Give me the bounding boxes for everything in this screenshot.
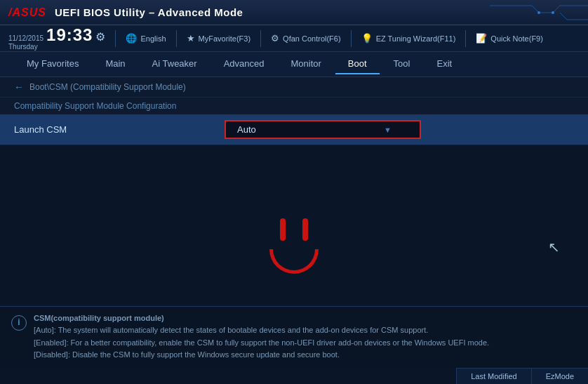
- info-bar: 11/12/2015 Thursday 19:33 ⚙ 🌐 English ★ …: [0, 25, 588, 52]
- svg-point-0: [537, 11, 540, 14]
- divider-3: [260, 30, 261, 47]
- header-bar: ASUS UEFI BIOS Utility – Advanced Mode: [0, 0, 588, 25]
- breadcrumb: ← Boot\CSM (Compatibility Support Module…: [0, 77, 588, 98]
- datetime-display: 11/12/2015 Thursday 19:33 ⚙: [8, 25, 105, 51]
- myfavorite-label: MyFavorite(F3): [199, 34, 251, 43]
- face-symbol: [259, 218, 329, 274]
- qfan-button[interactable]: ⚙ Qfan Control(F6): [271, 33, 341, 44]
- star-icon: ★: [187, 33, 195, 44]
- bios-utility: ASUS UEFI BIOS Utility – Advanced Mode 1…: [0, 0, 588, 384]
- divider-4: [351, 30, 352, 47]
- time-display: 19:33: [46, 25, 93, 45]
- nav-menu: My Favorites Main Ai Tweaker Advanced Mo…: [0, 52, 588, 77]
- breadcrumb-path: Boot\CSM (Compatibility Support Module): [29, 82, 186, 92]
- nav-my-favorites[interactable]: My Favorites: [14, 54, 91, 74]
- mouse-cursor-icon: ↖: [548, 239, 560, 256]
- lightbulb-icon: 💡: [361, 33, 373, 44]
- content-wrapper: ← Boot\CSM (Compatibility Support Module…: [0, 77, 588, 384]
- face-eye-left: [280, 218, 286, 241]
- ez-tuning-button[interactable]: 💡 EZ Tuning Wizard(F11): [361, 33, 456, 44]
- csm-info-line-3: [Disabled]: Disable the CSM to fully sup…: [34, 350, 340, 359]
- csm-info-line-2: [Enabled]: For a better compatibility, e…: [34, 338, 489, 347]
- ez-tuning-label: EZ Tuning Wizard(F11): [376, 34, 456, 43]
- face-eyes: [259, 218, 329, 241]
- language-selector[interactable]: 🌐 English: [126, 33, 166, 44]
- divider-5: [465, 30, 466, 47]
- divider-1: [115, 30, 116, 47]
- quick-note-label: Quick Note(F9): [490, 34, 543, 43]
- qfan-label: Qfan Control(F6): [283, 34, 341, 43]
- face-eye-right: [302, 218, 308, 241]
- last-modified-button[interactable]: Last Modified: [456, 369, 530, 384]
- globe-icon: 🌐: [126, 33, 137, 44]
- bottom-info-panel: i CSM(compatibility support module) [Aut…: [0, 306, 588, 367]
- quick-note-button[interactable]: 📝 Quick Note(F9): [476, 33, 543, 44]
- footer-buttons: Last Modified EzMode: [456, 368, 588, 384]
- nav-tool[interactable]: Tool: [381, 54, 423, 74]
- nav-main[interactable]: Main: [93, 54, 138, 74]
- csm-info-line-1: [Auto]: The system will automatically de…: [34, 326, 428, 334]
- nav-monitor[interactable]: Monitor: [279, 54, 334, 74]
- csm-info-title: CSM(compatibility support module): [34, 314, 164, 322]
- divider-2: [176, 30, 177, 47]
- nav-advanced[interactable]: Advanced: [211, 54, 277, 74]
- nav-boot[interactable]: Boot: [335, 54, 380, 74]
- bios-title: UEFI BIOS Utility – Advanced Mode: [55, 6, 243, 18]
- face-smile: [269, 249, 319, 274]
- back-arrow-icon[interactable]: ←: [14, 81, 24, 93]
- myfavorite-button[interactable]: ★ MyFavorite(F3): [187, 33, 251, 44]
- language-label: English: [140, 34, 166, 43]
- circuit-decoration: [434, 0, 588, 25]
- fan-icon: ⚙: [271, 33, 279, 44]
- settings-gear-icon[interactable]: ⚙: [95, 30, 105, 44]
- note-icon: 📝: [476, 33, 487, 44]
- ezmode-button[interactable]: EzMode: [531, 369, 588, 384]
- asus-logo: ASUS: [8, 6, 46, 19]
- date-display: 11/12/2015 Thursday: [8, 34, 44, 51]
- info-icon: i: [11, 315, 27, 331]
- nav-exit[interactable]: Exit: [424, 54, 465, 74]
- svg-point-1: [552, 11, 554, 14]
- nav-ai-tweaker[interactable]: Ai Tweaker: [140, 54, 210, 74]
